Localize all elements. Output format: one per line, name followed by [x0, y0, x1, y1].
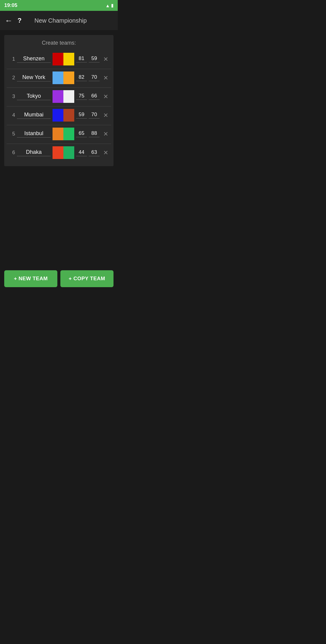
team-color-secondary[interactable] — [63, 128, 74, 140]
team-number: 4 — [8, 112, 15, 118]
team-stat2[interactable]: 59 — [89, 56, 100, 62]
team-stat2[interactable]: 70 — [89, 74, 100, 81]
team-number: 2 — [8, 75, 15, 81]
team-name[interactable]: New York — [17, 74, 51, 81]
team-row: 5 Istanbul 65 88 ✕ — [7, 125, 111, 144]
battery-icon: ▮ — [111, 3, 113, 8]
team-row: 3 Tokyo 75 66 ✕ — [7, 88, 111, 106]
main-area: Create teams: 1 Shenzen 81 59 ✕ 2 New Yo… — [0, 30, 118, 293]
team-colors — [53, 128, 74, 140]
team-stat1[interactable]: 59 — [76, 112, 87, 119]
team-color-primary[interactable] — [53, 128, 63, 140]
team-stat2[interactable]: 88 — [89, 130, 100, 137]
team-row: 4 Mumbai 59 70 ✕ — [7, 106, 111, 125]
team-colors — [53, 146, 74, 159]
delete-team-button[interactable]: ✕ — [101, 56, 110, 63]
team-color-primary[interactable] — [53, 90, 63, 103]
team-stat2[interactable]: 70 — [89, 112, 100, 119]
team-stat1[interactable]: 44 — [76, 149, 87, 156]
team-color-primary[interactable] — [53, 53, 63, 65]
teams-list: 1 Shenzen 81 59 ✕ 2 New York 82 70 ✕ 3 T… — [7, 50, 111, 163]
team-stat2[interactable]: 63 — [89, 149, 100, 156]
team-color-secondary[interactable] — [63, 53, 74, 65]
delete-team-button[interactable]: ✕ — [101, 93, 110, 100]
team-name[interactable]: Istanbul — [17, 130, 51, 138]
team-colors — [53, 53, 74, 65]
team-color-secondary[interactable] — [63, 109, 74, 122]
team-number: 6 — [8, 150, 15, 156]
teams-card: Create teams: 1 Shenzen 81 59 ✕ 2 New Yo… — [4, 35, 113, 166]
team-number: 5 — [8, 131, 15, 137]
team-name[interactable]: Tokyo — [17, 93, 51, 100]
card-title: Create teams: — [7, 40, 111, 46]
team-colors — [53, 109, 74, 122]
team-color-primary[interactable] — [53, 146, 63, 159]
team-name[interactable]: Dhaka — [17, 149, 51, 156]
help-button[interactable]: ? — [18, 17, 21, 24]
team-color-primary[interactable] — [53, 109, 63, 122]
team-stat1[interactable]: 75 — [76, 93, 87, 100]
copy-team-button[interactable]: + COPY TEAM — [60, 270, 113, 287]
team-row: 6 Dhaka 44 63 ✕ — [7, 144, 111, 163]
delete-team-button[interactable]: ✕ — [101, 74, 110, 81]
new-team-button[interactable]: + NEW TEAM — [4, 270, 57, 287]
team-stat1[interactable]: 81 — [76, 56, 87, 62]
team-stat1[interactable]: 65 — [76, 130, 87, 137]
team-stat1[interactable]: 82 — [76, 74, 87, 81]
team-color-secondary[interactable] — [63, 71, 74, 84]
team-name[interactable]: Shenzen — [17, 56, 51, 63]
status-time: 19:05 — [4, 2, 17, 8]
team-stat2[interactable]: 66 — [89, 93, 100, 100]
signal-icon: ▲ — [105, 3, 110, 8]
team-row: 2 New York 82 70 ✕ — [7, 69, 111, 88]
app-header: ← ? New Championship — [0, 11, 118, 30]
team-name[interactable]: Mumbai — [17, 112, 51, 119]
team-number: 1 — [8, 56, 15, 62]
team-color-secondary[interactable] — [63, 90, 74, 103]
team-number: 3 — [8, 94, 15, 100]
delete-team-button[interactable]: ✕ — [101, 130, 110, 138]
team-row: 1 Shenzen 81 59 ✕ — [7, 50, 111, 69]
team-color-secondary[interactable] — [63, 146, 74, 159]
team-colors — [53, 71, 74, 84]
team-colors — [53, 90, 74, 103]
back-button[interactable]: ← — [5, 16, 13, 25]
delete-team-button[interactable]: ✕ — [101, 149, 110, 156]
status-bar: 19:05 ▲ ▮ — [0, 0, 118, 11]
status-icons: ▲ ▮ — [105, 3, 113, 8]
header-title: New Championship — [26, 17, 95, 24]
delete-team-button[interactable]: ✕ — [101, 112, 110, 119]
bottom-bar: + NEW TEAM + COPY TEAM — [0, 266, 118, 293]
team-color-primary[interactable] — [53, 71, 63, 84]
